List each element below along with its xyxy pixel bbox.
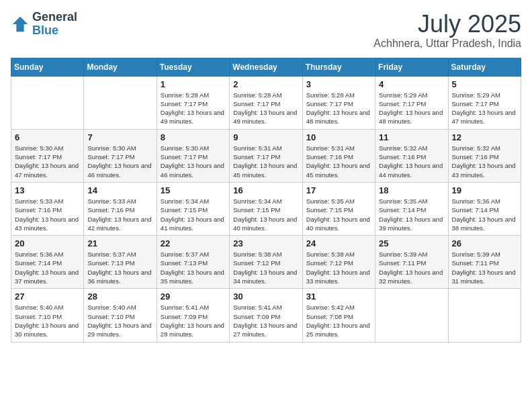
logo: General Blue	[11, 11, 77, 38]
cell-content: Sunrise: 5:30 AM Sunset: 7:17 PM Dayligh…	[15, 144, 80, 179]
calendar-cell: 8Sunrise: 5:30 AM Sunset: 7:17 PM Daylig…	[157, 129, 229, 182]
cell-content: Sunrise: 5:40 AM Sunset: 7:10 PM Dayligh…	[87, 303, 152, 338]
cell-content: Sunrise: 5:41 AM Sunset: 7:09 PM Dayligh…	[233, 303, 298, 338]
day-number: 28	[87, 291, 152, 302]
svg-marker-0	[13, 17, 28, 32]
cell-content: Sunrise: 5:33 AM Sunset: 7:16 PM Dayligh…	[87, 197, 152, 232]
calendar-cell: 24Sunrise: 5:38 AM Sunset: 7:12 PM Dayli…	[302, 236, 375, 289]
cell-content: Sunrise: 5:29 AM Sunset: 7:17 PM Dayligh…	[452, 91, 517, 126]
day-number: 26	[452, 238, 517, 248]
calendar-cell: 20Sunrise: 5:36 AM Sunset: 7:14 PM Dayli…	[11, 236, 84, 289]
calendar-cell: 30Sunrise: 5:41 AM Sunset: 7:09 PM Dayli…	[230, 289, 302, 342]
day-number: 4	[379, 79, 444, 89]
calendar-cell: 5Sunrise: 5:29 AM Sunset: 7:17 PM Daylig…	[448, 76, 521, 129]
cell-content: Sunrise: 5:34 AM Sunset: 7:15 PM Dayligh…	[161, 197, 226, 232]
day-number: 15	[161, 185, 226, 195]
day-number: 19	[452, 185, 517, 195]
calendar-header-row: SundayMondayTuesdayWednesdayThursdayFrid…	[11, 58, 521, 76]
calendar-cell: 3Sunrise: 5:28 AM Sunset: 7:17 PM Daylig…	[302, 76, 375, 129]
logo-text-blue: Blue	[32, 24, 77, 38]
calendar-cell	[11, 76, 84, 129]
calendar-cell	[84, 76, 157, 129]
day-number: 17	[306, 185, 371, 195]
day-header-friday: Friday	[375, 58, 448, 76]
cell-content: Sunrise: 5:28 AM Sunset: 7:17 PM Dayligh…	[306, 91, 371, 126]
day-number: 22	[161, 238, 226, 248]
logo-icon	[11, 15, 30, 34]
calendar-cell: 6Sunrise: 5:30 AM Sunset: 7:17 PM Daylig…	[11, 129, 84, 182]
day-header-thursday: Thursday	[302, 58, 375, 76]
calendar-cell: 2Sunrise: 5:28 AM Sunset: 7:17 PM Daylig…	[230, 76, 302, 129]
cell-content: Sunrise: 5:40 AM Sunset: 7:10 PM Dayligh…	[15, 303, 80, 338]
calendar-cell: 9Sunrise: 5:31 AM Sunset: 7:17 PM Daylig…	[230, 129, 302, 182]
calendar-cell: 28Sunrise: 5:40 AM Sunset: 7:10 PM Dayli…	[84, 289, 157, 342]
calendar-cell: 18Sunrise: 5:35 AM Sunset: 7:14 PM Dayli…	[375, 182, 448, 235]
day-number: 25	[379, 238, 444, 248]
day-number: 6	[15, 132, 80, 142]
calendar-cell: 19Sunrise: 5:36 AM Sunset: 7:14 PM Dayli…	[448, 182, 521, 235]
calendar-cell: 16Sunrise: 5:34 AM Sunset: 7:15 PM Dayli…	[230, 182, 302, 235]
day-number: 5	[452, 79, 517, 89]
day-number: 9	[233, 132, 298, 142]
calendar-cell: 17Sunrise: 5:35 AM Sunset: 7:15 PM Dayli…	[302, 182, 375, 235]
day-number: 31	[306, 291, 371, 302]
day-number: 1	[161, 79, 226, 89]
day-number: 18	[379, 185, 444, 195]
calendar-cell: 10Sunrise: 5:31 AM Sunset: 7:16 PM Dayli…	[302, 129, 375, 182]
calendar-week-2: 6Sunrise: 5:30 AM Sunset: 7:17 PM Daylig…	[11, 129, 521, 182]
calendar-cell: 31Sunrise: 5:42 AM Sunset: 7:08 PM Dayli…	[302, 289, 375, 342]
cell-content: Sunrise: 5:36 AM Sunset: 7:14 PM Dayligh…	[452, 197, 517, 232]
day-number: 16	[233, 185, 298, 195]
day-number: 7	[87, 132, 152, 142]
cell-content: Sunrise: 5:37 AM Sunset: 7:13 PM Dayligh…	[87, 250, 152, 285]
logo-text-general: General	[32, 11, 77, 24]
calendar-cell: 12Sunrise: 5:32 AM Sunset: 7:16 PM Dayli…	[448, 129, 521, 182]
calendar-cell: 1Sunrise: 5:28 AM Sunset: 7:17 PM Daylig…	[157, 76, 229, 129]
calendar-cell: 7Sunrise: 5:30 AM Sunset: 7:17 PM Daylig…	[84, 129, 157, 182]
day-header-monday: Monday	[84, 58, 157, 76]
calendar-cell: 13Sunrise: 5:33 AM Sunset: 7:16 PM Dayli…	[11, 182, 84, 235]
cell-content: Sunrise: 5:30 AM Sunset: 7:17 PM Dayligh…	[87, 144, 152, 179]
cell-content: Sunrise: 5:29 AM Sunset: 7:17 PM Dayligh…	[379, 91, 444, 126]
day-header-saturday: Saturday	[448, 58, 521, 76]
day-number: 29	[161, 291, 226, 302]
calendar-cell: 4Sunrise: 5:29 AM Sunset: 7:17 PM Daylig…	[375, 76, 448, 129]
cell-content: Sunrise: 5:34 AM Sunset: 7:15 PM Dayligh…	[233, 197, 298, 232]
calendar-cell: 29Sunrise: 5:41 AM Sunset: 7:09 PM Dayli…	[157, 289, 229, 342]
cell-content: Sunrise: 5:32 AM Sunset: 7:16 PM Dayligh…	[379, 144, 444, 179]
calendar-cell: 21Sunrise: 5:37 AM Sunset: 7:13 PM Dayli…	[84, 236, 157, 289]
cell-content: Sunrise: 5:39 AM Sunset: 7:11 PM Dayligh…	[379, 250, 444, 285]
cell-content: Sunrise: 5:33 AM Sunset: 7:16 PM Dayligh…	[15, 197, 80, 232]
day-number: 30	[233, 291, 298, 302]
calendar-cell: 25Sunrise: 5:39 AM Sunset: 7:11 PM Dayli…	[375, 236, 448, 289]
cell-content: Sunrise: 5:39 AM Sunset: 7:11 PM Dayligh…	[452, 250, 517, 285]
calendar-cell: 14Sunrise: 5:33 AM Sunset: 7:16 PM Dayli…	[84, 182, 157, 235]
day-header-tuesday: Tuesday	[157, 58, 229, 76]
day-number: 24	[306, 238, 371, 248]
cell-content: Sunrise: 5:36 AM Sunset: 7:14 PM Dayligh…	[15, 250, 80, 285]
calendar-cell: 22Sunrise: 5:37 AM Sunset: 7:13 PM Dayli…	[157, 236, 229, 289]
calendar-week-5: 27Sunrise: 5:40 AM Sunset: 7:10 PM Dayli…	[11, 289, 521, 342]
day-number: 11	[379, 132, 444, 142]
day-number: 3	[306, 79, 371, 89]
cell-content: Sunrise: 5:35 AM Sunset: 7:15 PM Dayligh…	[306, 197, 371, 232]
day-number: 13	[15, 185, 80, 195]
cell-content: Sunrise: 5:38 AM Sunset: 7:12 PM Dayligh…	[306, 250, 371, 285]
calendar-cell	[375, 289, 448, 342]
cell-content: Sunrise: 5:42 AM Sunset: 7:08 PM Dayligh…	[306, 303, 371, 338]
day-number: 27	[15, 291, 80, 302]
location-title: Achhnera, Uttar Pradesh, India	[373, 38, 521, 50]
cell-content: Sunrise: 5:31 AM Sunset: 7:17 PM Dayligh…	[233, 144, 298, 179]
day-number: 20	[15, 238, 80, 248]
day-number: 10	[306, 132, 371, 142]
day-number: 2	[233, 79, 298, 89]
page-header: General Blue July 2025 Achhnera, Uttar P…	[11, 11, 521, 50]
cell-content: Sunrise: 5:37 AM Sunset: 7:13 PM Dayligh…	[161, 250, 226, 285]
calendar-cell	[448, 289, 521, 342]
calendar-cell: 27Sunrise: 5:40 AM Sunset: 7:10 PM Dayli…	[11, 289, 84, 342]
calendar-week-4: 20Sunrise: 5:36 AM Sunset: 7:14 PM Dayli…	[11, 236, 521, 289]
title-block: July 2025 Achhnera, Uttar Pradesh, India	[373, 11, 521, 50]
day-number: 12	[452, 132, 517, 142]
cell-content: Sunrise: 5:28 AM Sunset: 7:17 PM Dayligh…	[161, 91, 226, 126]
cell-content: Sunrise: 5:31 AM Sunset: 7:16 PM Dayligh…	[306, 144, 371, 179]
